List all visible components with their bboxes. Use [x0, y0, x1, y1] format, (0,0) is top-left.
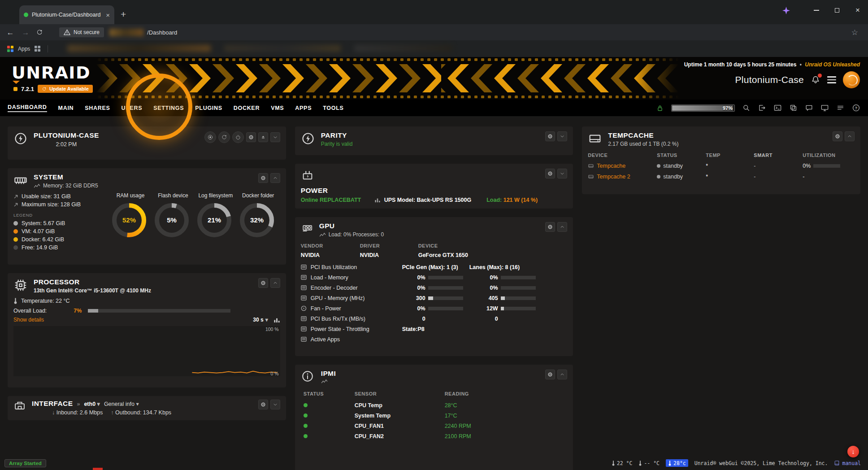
notifications-button[interactable] [811, 75, 820, 85]
forward-icon[interactable]: → [21, 29, 30, 36]
search-icon[interactable] [742, 104, 751, 112]
cutoff-element [93, 468, 103, 470]
svg-text:52%: 52% [122, 216, 136, 224]
update-refresh-icon [42, 87, 47, 91]
settings-gear-button[interactable] [545, 169, 555, 178]
nav-plugins[interactable]: PLUGINS [195, 105, 222, 111]
port-select[interactable]: eth0 ▾ [84, 400, 100, 407]
apps-label[interactable]: Apps [18, 46, 30, 52]
help-icon[interactable]: ? [852, 104, 860, 112]
gpu-device: GeForce GTX 1650 [418, 252, 568, 258]
url-path[interactable]: /Dashboard [147, 29, 177, 36]
nav-settings[interactable]: SETTINGS [153, 105, 184, 111]
ups-model: UPS Model: Back-UPS RS 1500G [384, 197, 472, 203]
expand-button[interactable] [270, 132, 280, 142]
expand-button[interactable] [557, 131, 567, 141]
nav-vms[interactable]: VMS [271, 105, 284, 111]
back-icon[interactable]: ← [5, 29, 15, 36]
settings-gear-button[interactable] [258, 173, 268, 183]
log-icon[interactable] [836, 104, 845, 112]
logout-icon[interactable] [758, 104, 766, 112]
tempcache-card-title: TEMPCACHE [608, 131, 678, 139]
view-select[interactable]: General info ▾ [104, 400, 139, 407]
cpu-model: 13th Gen Intel® Core™ i5-13600T @ 4100 M… [34, 287, 151, 294]
memory-icon [13, 173, 29, 188]
processor-card-title: PROCESSOR [34, 278, 151, 286]
expand-button[interactable] [270, 400, 280, 409]
collapse-button[interactable] [845, 131, 855, 141]
settings-gear-button[interactable] [545, 131, 555, 141]
update-download-button[interactable]: ↓ [847, 446, 859, 457]
close-window-button[interactable]: × [847, 0, 868, 21]
minimize-button[interactable] [806, 0, 827, 21]
chart-line-icon [34, 183, 40, 188]
collapse-button[interactable] [557, 222, 567, 232]
eject-button[interactable] [258, 132, 268, 142]
processor-card: PROCESSOR 13th Gen Intel® Core™ i5-13600… [8, 273, 286, 387]
security-label: Not secure [74, 29, 100, 35]
mb-temp-footer: -- °C [638, 460, 660, 466]
chart-type-button[interactable] [273, 317, 280, 323]
apps-grid-icon[interactable] [7, 46, 13, 52]
thermometer-icon [638, 460, 642, 466]
footer-bar: 22 °C -- °C 28°c Unraid® webGui ©2025, L… [612, 459, 861, 467]
security-chip[interactable]: Not secure [59, 27, 104, 37]
arrow-down-icon: ↓ [52, 409, 55, 416]
device-link[interactable]: Tempcache [597, 163, 625, 169]
new-tab-button[interactable]: + [121, 9, 126, 19]
server-card-title: PLUTONIUM-CASE [34, 131, 99, 139]
settings-gear-button[interactable] [258, 278, 268, 288]
metric-bar [428, 307, 463, 310]
manual-link[interactable]: manual [834, 460, 861, 466]
column-right: TEMPCACHE 2.17 GB used of 1 TB (0.2 %) D… [582, 126, 860, 470]
nav-docker[interactable]: DOCKER [234, 105, 260, 111]
ipmi-row: CPU Temp 28°C [301, 400, 568, 410]
bookmark-star-icon[interactable]: ☆ [851, 28, 858, 37]
reboot-button[interactable] [218, 131, 230, 143]
flash-usage-label: 97% [723, 105, 733, 111]
bookmark-grid-icon[interactable] [35, 46, 40, 52]
feedback-icon[interactable] [805, 104, 813, 112]
col-temp: TEMP [706, 152, 754, 158]
chart-bars-icon [374, 197, 381, 203]
nav-dashboard[interactable]: DASHBOARD [8, 104, 47, 112]
settings-gear-button[interactable] [246, 132, 256, 142]
device-link[interactable]: Tempcache 2 [597, 174, 630, 180]
overall-load-value: 7% [74, 308, 82, 314]
update-available-button[interactable]: Update Available [38, 85, 93, 93]
display-icon[interactable] [820, 104, 829, 112]
terminal-icon[interactable] [773, 104, 782, 112]
version-label: 7.2.1 [21, 86, 34, 92]
lock-icon[interactable] [656, 104, 664, 112]
collapse-button[interactable] [270, 173, 280, 183]
nav-tools[interactable]: TOOLS [323, 105, 343, 111]
nav-users[interactable]: USERS [122, 105, 143, 111]
metric-bar [501, 307, 536, 310]
browser-tab[interactable]: Plutonium-Case/Dashboard × [19, 5, 114, 24]
settings-gear-button[interactable] [545, 222, 555, 232]
settings-gear-button[interactable] [833, 131, 842, 141]
nav-apps[interactable]: APPS [295, 105, 312, 111]
settings-gear-button[interactable] [258, 400, 268, 409]
interval-select[interactable]: 30 s ▾ [253, 317, 268, 323]
unraid-logo[interactable]: UNRAID [12, 63, 91, 83]
menu-button[interactable] [827, 76, 836, 83]
settings-gear-button[interactable] [545, 370, 555, 379]
show-details-link[interactable]: Show details [13, 317, 44, 323]
nav-shares[interactable]: SHARES [85, 105, 110, 111]
stop-array-button[interactable] [204, 131, 216, 143]
nav-main[interactable]: MAIN [58, 105, 74, 111]
avatar[interactable] [843, 71, 860, 88]
collapse-button[interactable] [270, 278, 280, 288]
copy-icon[interactable] [789, 104, 798, 112]
unraid-header: UNRAID 7.2.1 Update Available Uptime 1 m… [0, 57, 868, 100]
gpu-row: Power State - Throttling State:P8 [301, 324, 568, 334]
extension-icon[interactable] [782, 7, 790, 14]
maximize-button[interactable] [827, 0, 847, 21]
legend-item: VM: 4.07 GiB [13, 227, 108, 235]
expand-button[interactable] [557, 169, 567, 178]
shutdown-button[interactable] [232, 131, 244, 143]
tab-close-icon[interactable]: × [106, 12, 110, 18]
collapse-button[interactable] [557, 370, 567, 379]
refresh-icon[interactable] [36, 29, 46, 36]
